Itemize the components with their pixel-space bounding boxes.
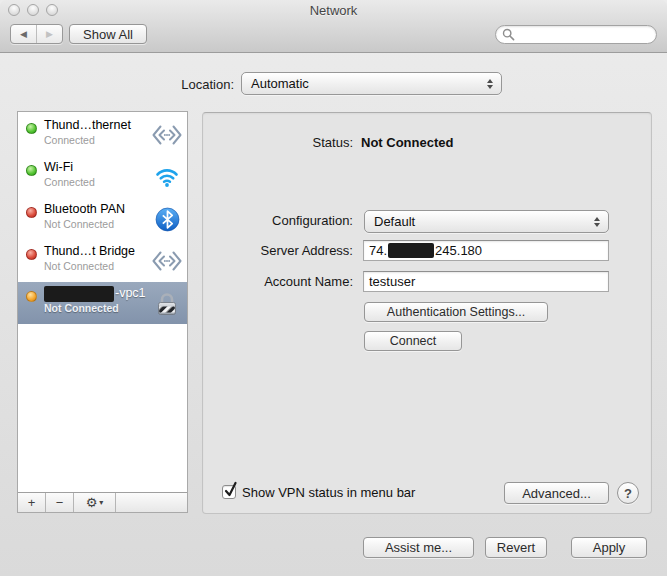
show-vpn-status-checkbox[interactable] bbox=[222, 485, 236, 499]
back-forward-control: ◀ ▶ bbox=[10, 24, 63, 44]
search-input[interactable] bbox=[518, 29, 648, 41]
thunderbolt-icon bbox=[152, 247, 182, 275]
location-value: Automatic bbox=[251, 76, 309, 91]
service-status: Not Connected bbox=[44, 302, 119, 314]
title-bar: Network ◀ ▶ Show All bbox=[0, 0, 667, 53]
advanced-button[interactable]: Advanced... bbox=[504, 482, 609, 504]
server-address-label: Server Address: bbox=[203, 243, 353, 258]
search-icon bbox=[502, 28, 515, 41]
account-name-value: testuser bbox=[369, 274, 415, 289]
account-name-label: Account Name: bbox=[203, 274, 353, 289]
authentication-settings-button[interactable]: Authentication Settings... bbox=[364, 302, 548, 322]
back-button[interactable]: ◀ bbox=[11, 25, 37, 43]
popup-stepper-icon bbox=[593, 216, 601, 228]
status-dot-red-icon bbox=[26, 207, 37, 218]
location-popup[interactable]: Automatic bbox=[241, 72, 502, 95]
service-name: Thund…t Bridge bbox=[44, 244, 135, 258]
service-name: Wi-Fi bbox=[44, 160, 73, 174]
search-field[interactable] bbox=[495, 25, 657, 44]
redacted-text bbox=[388, 243, 434, 258]
lock-icon bbox=[152, 289, 182, 317]
detail-panel: Status: Not Connected Configuration: Def… bbox=[202, 112, 652, 514]
configuration-value: Default bbox=[374, 214, 415, 229]
status-dot-red-icon bbox=[26, 249, 37, 260]
server-address-input[interactable]: 74.245.180 bbox=[363, 240, 609, 261]
network-preferences-window: Network ◀ ▶ Show All Location: Automatic… bbox=[0, 0, 667, 576]
assist-me-button[interactable]: Assist me... bbox=[363, 537, 474, 558]
status-label: Status: bbox=[203, 135, 353, 150]
apply-button[interactable]: Apply bbox=[571, 537, 647, 558]
service-row-bluetooth-pan[interactable]: Bluetooth PAN Not Connected bbox=[18, 198, 187, 240]
window-title: Network bbox=[0, 3, 667, 18]
service-row-vpn-selected[interactable]: -vpc1 Not Connected bbox=[18, 282, 187, 324]
service-status: Connected bbox=[44, 176, 95, 188]
service-status: Connected bbox=[44, 134, 95, 146]
account-name-input[interactable]: testuser bbox=[363, 271, 609, 292]
wifi-icon bbox=[152, 163, 182, 191]
service-row-wifi[interactable]: Wi-Fi Connected bbox=[18, 156, 187, 198]
thunderbolt-icon bbox=[152, 121, 182, 149]
service-status: Not Connected bbox=[44, 218, 114, 230]
configuration-popup[interactable]: Default bbox=[364, 210, 609, 233]
show-all-button[interactable]: Show All bbox=[69, 24, 147, 44]
status-dot-green-icon bbox=[26, 123, 37, 134]
remove-service-button[interactable]: − bbox=[46, 493, 74, 512]
gear-icon: ⚙ bbox=[86, 495, 98, 510]
service-row-thunderbolt-bridge[interactable]: Thund…t Bridge Not Connected bbox=[18, 240, 187, 282]
status-value: Not Connected bbox=[361, 135, 453, 150]
checkmark-icon bbox=[224, 482, 238, 498]
server-address-prefix: 74. bbox=[369, 243, 387, 258]
show-vpn-status-label: Show VPN status in menu bar bbox=[242, 485, 415, 500]
status-dot-amber-icon bbox=[26, 291, 37, 302]
add-service-button[interactable]: + bbox=[18, 493, 46, 512]
configuration-label: Configuration: bbox=[203, 213, 353, 228]
connect-button[interactable]: Connect bbox=[364, 331, 462, 351]
popup-stepper-icon bbox=[486, 78, 494, 90]
status-dot-green-icon bbox=[26, 165, 37, 176]
service-name: Thund…thernet bbox=[44, 118, 131, 132]
service-name: Bluetooth PAN bbox=[44, 202, 125, 216]
server-address-suffix: 245.180 bbox=[435, 243, 482, 258]
revert-button[interactable]: Revert bbox=[485, 537, 547, 558]
forward-button[interactable]: ▶ bbox=[37, 25, 62, 43]
services-list: Thund…thernet Connected Wi-Fi Connected bbox=[17, 111, 188, 513]
service-status: Not Connected bbox=[44, 260, 114, 272]
gear-menu-button[interactable]: ⚙▾ bbox=[74, 493, 116, 512]
chevron-down-icon: ▾ bbox=[99, 498, 103, 507]
bluetooth-icon bbox=[152, 205, 182, 233]
service-list-footer: + − ⚙▾ bbox=[18, 492, 187, 512]
redacted-text bbox=[44, 286, 114, 302]
service-row-thunderbolt-ethernet[interactable]: Thund…thernet Connected bbox=[18, 114, 187, 156]
service-name: -vpc1 bbox=[44, 286, 146, 302]
help-button[interactable]: ? bbox=[617, 482, 639, 504]
location-label: Location: bbox=[114, 77, 234, 92]
